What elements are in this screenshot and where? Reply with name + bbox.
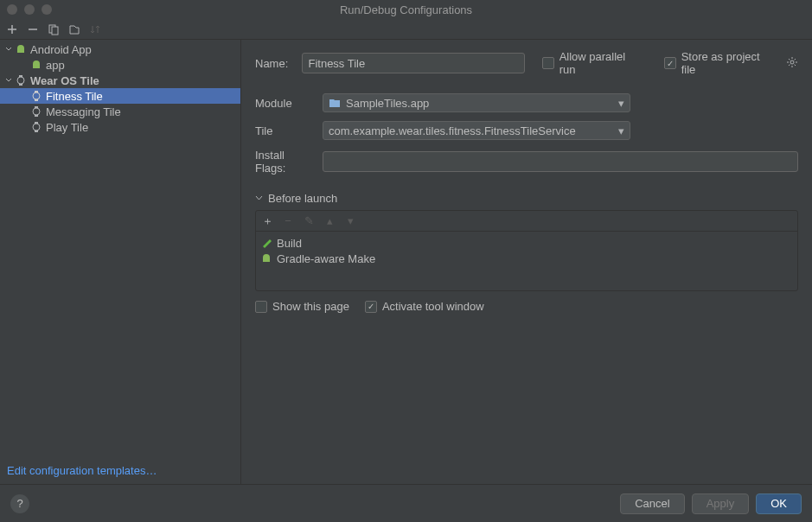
hammer-icon (261, 238, 272, 248)
name-label: Name: (255, 57, 293, 70)
svg-rect-6 (35, 91, 38, 92)
store-as-project-label: Store as project file (681, 50, 774, 76)
copy-config-button[interactable] (45, 21, 62, 38)
name-input[interactable] (302, 53, 525, 73)
checkbox-icon (542, 57, 554, 69)
module-value: SampleTiles.app (346, 97, 429, 110)
tile-label: Tile (255, 124, 314, 137)
module-dropdown[interactable]: SampleTiles.app ▾ (323, 93, 630, 112)
store-as-project-checkbox[interactable]: Store as project file (664, 50, 774, 76)
activate-tool-label: Activate tool window (382, 300, 484, 313)
tree-item-messaging-tile[interactable]: Messaging Tile (0, 104, 240, 119)
chevron-down-icon (3, 77, 14, 84)
sort-config-button[interactable] (86, 21, 104, 38)
chevron-down-icon (255, 194, 263, 202)
install-flags-label: Install Flags: (255, 149, 314, 175)
before-launch-title: Before launch (268, 192, 337, 205)
help-button[interactable]: ? (10, 494, 29, 513)
config-tree[interactable]: Android App app Wear OS Tile Fitness Til… (0, 40, 240, 457)
tree-item-fitness-tile[interactable]: Fitness Tile (0, 88, 240, 104)
svg-rect-1 (52, 27, 58, 35)
edit-templates-link[interactable]: Edit configuration templates… (7, 464, 157, 477)
before-item-build[interactable]: Build (256, 235, 797, 251)
window-zoom-icon[interactable] (42, 4, 52, 15)
window-minimize-icon[interactable] (24, 4, 35, 15)
watch-icon (29, 122, 43, 132)
watch-icon (14, 75, 28, 86)
android-icon (29, 60, 43, 70)
android-icon (261, 253, 272, 264)
apply-button[interactable]: Apply (692, 493, 750, 514)
tree-group-android-app[interactable]: Android App (0, 41, 240, 57)
window-close-icon[interactable] (7, 4, 17, 15)
tree-item-label: Messaging Tile (46, 105, 121, 118)
svg-point-11 (33, 124, 40, 130)
folder-icon (329, 98, 341, 108)
tree-group-wear-os-tile[interactable]: Wear OS Tile (0, 73, 240, 88)
save-config-button[interactable] (66, 21, 83, 38)
show-this-page-label: Show this page (272, 300, 349, 313)
watch-icon (29, 91, 43, 101)
tree-item-label: Fitness Tile (46, 90, 103, 103)
tree-item-app[interactable]: app (0, 57, 240, 73)
before-remove-button[interactable]: − (282, 214, 294, 227)
ok-button[interactable]: OK (756, 493, 802, 514)
before-launch-header[interactable]: Before launch (255, 192, 798, 205)
tree-item-label: app (46, 59, 65, 72)
chevron-down-icon (3, 46, 14, 53)
svg-point-5 (33, 92, 40, 99)
module-label: Module (255, 97, 314, 110)
install-flags-input[interactable] (323, 151, 798, 172)
svg-point-14 (790, 60, 794, 64)
svg-rect-4 (19, 84, 22, 86)
svg-point-8 (33, 108, 40, 115)
show-this-page-checkbox[interactable]: Show this page (255, 300, 349, 313)
before-down-button[interactable]: ▾ (344, 214, 356, 227)
watch-icon (29, 106, 43, 117)
checkbox-icon (365, 301, 377, 313)
svg-rect-12 (35, 122, 38, 124)
remove-config-button[interactable] (24, 21, 42, 38)
cancel-button[interactable]: Cancel (620, 493, 684, 514)
tree-group-label: Android App (30, 43, 92, 56)
chevron-down-icon: ▾ (618, 97, 624, 110)
chevron-down-icon: ▾ (618, 124, 624, 137)
before-up-button[interactable]: ▴ (323, 214, 336, 227)
tile-value: com.example.wear.tiles.fitness.FitnessTi… (329, 124, 576, 137)
tree-item-label: Play Tile (46, 121, 88, 134)
allow-parallel-checkbox[interactable]: Allow parallel run (542, 50, 642, 76)
window-title: Run/Debug Configurations (340, 3, 472, 16)
allow-parallel-label: Allow parallel run (559, 50, 642, 76)
tile-dropdown[interactable]: com.example.wear.tiles.fitness.FitnessTi… (323, 121, 630, 140)
svg-point-2 (17, 77, 24, 84)
checkbox-icon (664, 57, 676, 69)
svg-rect-7 (35, 99, 38, 101)
svg-rect-9 (35, 106, 38, 108)
tree-group-label: Wear OS Tile (30, 74, 99, 87)
checkbox-icon (255, 301, 267, 313)
android-icon (14, 44, 28, 54)
svg-rect-3 (19, 75, 22, 77)
before-launch-list[interactable]: Build Gradle-aware Make (256, 232, 797, 290)
tree-item-play-tile[interactable]: Play Tile (0, 119, 240, 135)
before-add-button[interactable]: ＋ (261, 213, 273, 229)
before-item-label: Build (277, 237, 302, 250)
before-item-label: Gradle-aware Make (277, 252, 375, 265)
activate-tool-checkbox[interactable]: Activate tool window (365, 300, 484, 313)
add-config-button[interactable] (3, 21, 21, 38)
before-item-gradle-make[interactable]: Gradle-aware Make (256, 251, 797, 266)
before-edit-button[interactable]: ✎ (303, 214, 315, 227)
svg-rect-10 (35, 115, 38, 117)
svg-rect-13 (35, 130, 38, 132)
gear-icon[interactable] (786, 56, 798, 71)
